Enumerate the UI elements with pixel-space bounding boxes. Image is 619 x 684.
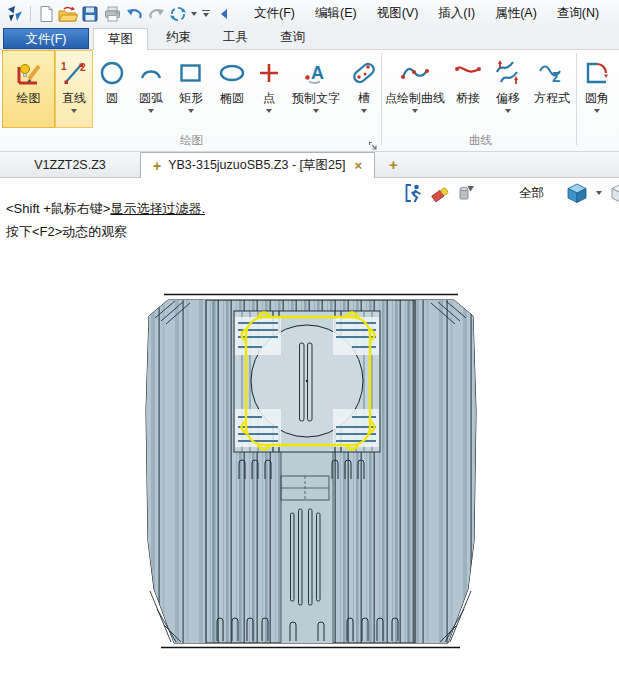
menu-file[interactable]: 文件(F) xyxy=(249,0,300,27)
ellipse-tool-button[interactable]: 椭圆 xyxy=(211,50,253,128)
menu-tools[interactable]: 工具(T) xyxy=(614,0,619,27)
point-curve-tool-button[interactable]: 点绘制曲线 xyxy=(382,50,448,128)
new-document-icon[interactable] xyxy=(36,4,56,24)
svg-text:Σ: Σ xyxy=(552,69,560,85)
undo-icon[interactable] xyxy=(124,4,144,24)
toolbar-separator xyxy=(30,6,31,22)
fillet-tool-button[interactable]: 圆角 xyxy=(577,50,617,128)
svg-text:A: A xyxy=(311,63,324,83)
point-tool-button[interactable]: 点 xyxy=(253,50,285,128)
arc-dropdown[interactable] xyxy=(131,106,171,116)
wireframe-view-cube-icon[interactable] xyxy=(610,182,619,204)
drawing-canvas[interactable]: 全部 <Shift +鼠标右键>显示选择过滤器. 按下<F2>动态的观察 xyxy=(0,178,619,684)
view-toolbar: 全部 xyxy=(404,182,619,204)
app-logo-icon xyxy=(5,4,25,24)
slot-tool-button[interactable]: 槽 xyxy=(347,50,381,128)
tab-inquire[interactable]: 查询 xyxy=(266,27,319,49)
tab-tools[interactable]: 工具 xyxy=(209,27,262,49)
print-icon[interactable] xyxy=(102,4,122,24)
open-file-icon[interactable] xyxy=(58,4,78,24)
filter-scope-dropdown[interactable]: 全部 xyxy=(519,185,544,202)
menu-attribute[interactable]: 属性(A) xyxy=(490,0,542,27)
line-tool-icon: 12 xyxy=(60,55,88,91)
point-curve-tool-icon xyxy=(399,55,431,91)
fillet-dropdown[interactable] xyxy=(577,106,617,116)
prompt-line-2: 按下<F2>动态的观察 xyxy=(6,221,205,244)
draw-tool-button[interactable]: 绘图 xyxy=(2,50,55,128)
group-label-draw: 绘图 xyxy=(0,133,383,148)
rectangle-tool-button[interactable]: 矩形 xyxy=(171,50,211,128)
save-icon[interactable] xyxy=(80,4,100,24)
rectangle-tool-icon xyxy=(177,55,205,91)
regenerate-dropdown-icon[interactable] xyxy=(191,12,197,16)
point-curve-dropdown[interactable] xyxy=(382,106,448,116)
file-menu-button[interactable]: 文件(F) xyxy=(3,28,89,49)
tab-constraint[interactable]: 约束 xyxy=(152,27,205,49)
arc-tool-icon xyxy=(137,55,165,91)
new-tab-button[interactable]: + xyxy=(375,152,412,177)
equation-tool-button[interactable]: Σ 方程式 xyxy=(528,50,576,128)
view-mode-dropdown-icon[interactable] xyxy=(596,191,602,195)
draw-tool-icon xyxy=(14,55,44,91)
menu-bar: 文件(F) 编辑(E) 视图(V) 插入(I) 属性(A) 查询(N) 工具(T… xyxy=(249,0,619,27)
line-tool-button[interactable]: 12 直线 xyxy=(55,50,93,128)
titlebar: 文件(F) 编辑(E) 视图(V) 插入(I) 属性(A) 查询(N) 工具(T… xyxy=(0,0,619,27)
rectangle-dropdown[interactable] xyxy=(171,106,211,116)
motor-housing-model[interactable] xyxy=(142,291,479,663)
offset-tool-button[interactable]: 偏移 xyxy=(488,50,528,128)
circle-tool-icon xyxy=(98,55,126,91)
slot-tool-icon xyxy=(349,55,379,91)
ready-text-dropdown[interactable] xyxy=(285,106,347,116)
menu-edit[interactable]: 编辑(E) xyxy=(310,0,362,27)
document-tab-inactive[interactable]: V1ZZT2S.Z3 xyxy=(0,152,140,177)
document-tab-active[interactable]: + YB3-315juzuoSB5.Z3 - [草图25] × xyxy=(140,152,375,178)
ribbon-tab-row: 文件(F) 草图 约束 工具 查询 xyxy=(0,27,619,50)
prompt-line-1: <Shift +鼠标右键>显示选择过滤器. xyxy=(6,198,205,221)
menu-view[interactable]: 视图(V) xyxy=(372,0,424,27)
menu-insert[interactable]: 插入(I) xyxy=(433,0,480,27)
ready-text-tool-icon: A xyxy=(302,55,330,91)
circle-tool-button[interactable]: 圆 xyxy=(93,50,131,128)
prompt-text: <Shift +鼠标右键>显示选择过滤器. 按下<F2>动态的观察 xyxy=(6,198,205,243)
bridge-tool-button[interactable]: 桥接 xyxy=(448,50,488,128)
bridge-tool-icon xyxy=(453,55,483,91)
ribbon: 绘图 12 直线 圆 圆弧 矩形 椭圆 xyxy=(0,50,619,152)
collapse-menu-icon[interactable] xyxy=(214,4,234,24)
equation-tool-icon: Σ xyxy=(537,55,567,91)
document-tab-strip: V1ZZT2S.Z3 + YB3-315juzuoSB5.Z3 - [草图25]… xyxy=(0,152,619,178)
tab-sketch[interactable]: 草图 xyxy=(93,28,148,50)
ellipse-tool-icon xyxy=(217,55,247,91)
offset-tool-icon xyxy=(493,55,523,91)
pin-icon[interactable]: + xyxy=(153,158,161,174)
point-tool-icon xyxy=(256,55,282,91)
fillet-tool-icon xyxy=(583,55,611,91)
shaded-view-cube-icon[interactable] xyxy=(566,182,588,204)
eraser-icon[interactable] xyxy=(430,183,450,203)
redo-icon[interactable] xyxy=(146,4,166,24)
point-dropdown[interactable] xyxy=(253,106,285,116)
ready-text-tool-button[interactable]: A 预制文字 xyxy=(285,50,347,128)
close-tab-icon[interactable]: × xyxy=(354,158,362,173)
svg-text:1: 1 xyxy=(61,61,67,72)
dialog-launcher-icon[interactable] xyxy=(368,137,378,147)
filter-icon[interactable] xyxy=(456,183,475,203)
line-dropdown[interactable] xyxy=(56,106,92,116)
offset-dropdown[interactable] xyxy=(488,106,528,116)
exit-sketch-icon[interactable] xyxy=(404,183,424,203)
arc-tool-button[interactable]: 圆弧 xyxy=(131,50,171,128)
menu-inquire[interactable]: 查询(N) xyxy=(552,0,604,27)
customize-toolbar-icon[interactable] xyxy=(202,10,210,18)
regenerate-icon[interactable] xyxy=(168,4,188,24)
slot-dropdown[interactable] xyxy=(347,106,381,116)
group-label-curve: 曲线 xyxy=(384,133,577,148)
document-tab-title: YB3-315juzuoSB5.Z3 - [草图25] xyxy=(168,157,345,174)
